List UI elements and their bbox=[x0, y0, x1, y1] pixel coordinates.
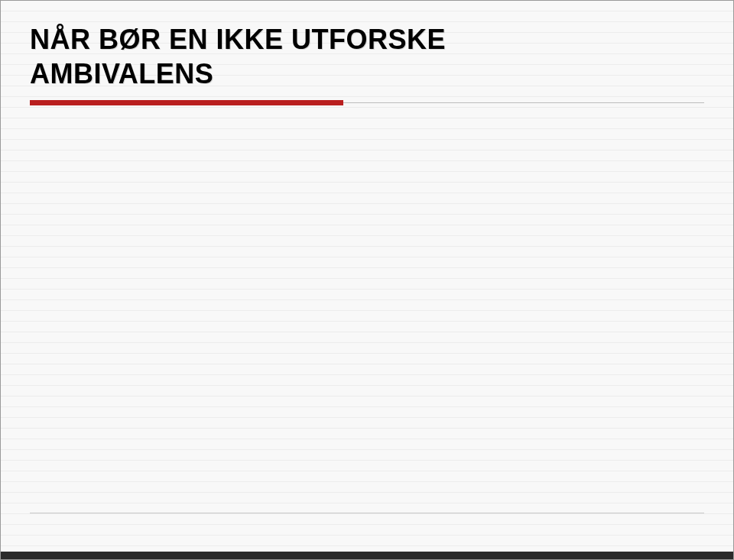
title-underline bbox=[30, 100, 704, 108]
footer-divider bbox=[30, 513, 704, 513]
footer-bar bbox=[1, 552, 733, 559]
title-line-1: NÅR BØR EN IKKE UTFORSKE bbox=[30, 24, 446, 55]
underline-gray-segment bbox=[343, 102, 704, 103]
slide-container: NÅR BØR EN IKKE UTFORSKE AMBIVALENS bbox=[0, 0, 734, 560]
title-line-2: AMBIVALENS bbox=[30, 58, 213, 89]
slide-title: NÅR BØR EN IKKE UTFORSKE AMBIVALENS bbox=[30, 22, 446, 91]
underline-red-segment bbox=[30, 100, 343, 105]
